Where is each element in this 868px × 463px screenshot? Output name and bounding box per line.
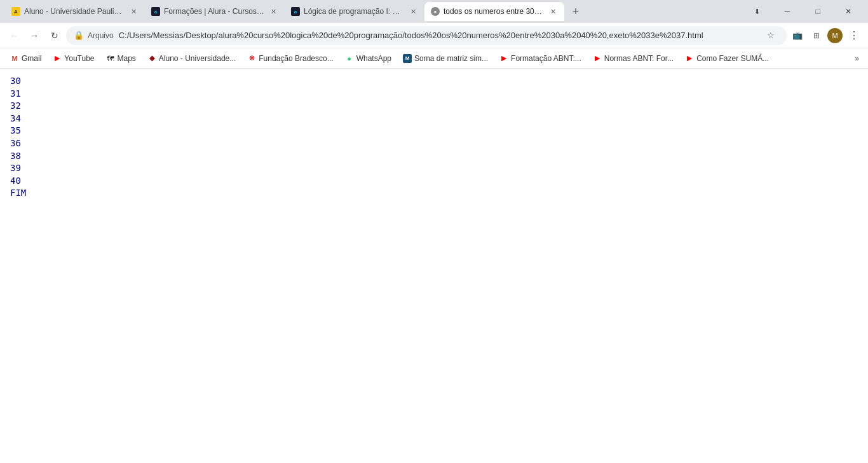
- bookmark-whatsapp-label: WhatsApp: [356, 54, 391, 63]
- bradesco-favicon-icon: ❋: [247, 54, 256, 63]
- normas-favicon-icon: ▶: [593, 54, 602, 63]
- restore-button[interactable]: ⬇: [742, 1, 771, 22]
- maximize-button[interactable]: □: [803, 1, 832, 22]
- window-controls: ⬇ ─ □ ✕: [742, 1, 863, 22]
- tab-todos[interactable]: ● todos os numeros entre 30a 40... ✕: [424, 2, 564, 21]
- tab-favicon-logica: a: [291, 7, 300, 16]
- bookmark-soma[interactable]: M Soma de matriz sim...: [398, 52, 493, 65]
- tab-title-alura: Formações | Alura - Cursos onlin...: [164, 7, 264, 16]
- tab-alura[interactable]: a Formações | Alura - Cursos onlin... ✕: [145, 2, 285, 21]
- new-tab-button[interactable]: +: [567, 3, 585, 20]
- youtube-favicon-icon: ▶: [53, 54, 62, 63]
- como-favicon-icon: ▶: [685, 54, 694, 63]
- tab-favicon-todos: ●: [431, 7, 440, 16]
- tab-title-aluno: Aluno - Universidade Paulista - U: [24, 7, 125, 16]
- menu-button[interactable]: ⋮: [845, 27, 863, 45]
- tab-close-aluno[interactable]: ✕: [128, 6, 139, 17]
- bookmark-bradesco[interactable]: ❋ Fundação Bradesco...: [242, 52, 338, 65]
- line-32: 32: [10, 100, 858, 113]
- bookmark-soma-label: Soma de matriz sim...: [414, 54, 488, 63]
- whatsapp-favicon-icon: ●: [345, 54, 354, 63]
- profile-avatar[interactable]: M: [827, 28, 843, 43]
- bookmark-bradesco-label: Fundação Bradesco...: [259, 54, 333, 63]
- close-button[interactable]: ✕: [834, 1, 863, 22]
- page-content: 30 31 32 34 35 36 38 39 40 FIM: [0, 69, 868, 463]
- bookmark-normas[interactable]: ▶ Normas ABNT: For...: [588, 52, 679, 65]
- address-bar-container: 🔒 Arquivo ☆: [66, 26, 787, 45]
- address-input[interactable]: [119, 31, 759, 40]
- bookmark-youtube-label: YouTube: [64, 54, 94, 63]
- bookmark-formatacao-label: Formatação ABNT:...: [511, 54, 581, 63]
- nav-bar: ← → ↻ 🔒 Arquivo ☆ 📺 ⊞ M ⋮: [0, 23, 868, 48]
- address-prefix: Arquivo: [88, 31, 114, 40]
- bookmark-aluno[interactable]: ◈ Aluno - Universidade...: [142, 52, 241, 65]
- bookmark-como-label: Como Fazer SUMÁ...: [696, 54, 769, 63]
- tab-aluno[interactable]: A Aluno - Universidade Paulista - U ✕: [5, 2, 145, 21]
- bookmark-formatacao[interactable]: ▶ Formatação ABNT:...: [494, 52, 587, 65]
- formatacao-favicon-icon: ▶: [499, 54, 508, 63]
- title-bar: A Aluno - Universidade Paulista - U ✕ a …: [0, 0, 868, 23]
- line-40: 40: [10, 175, 858, 188]
- tab-logica[interactable]: a Lógica de programação I: os prin... ✕: [285, 2, 424, 21]
- back-button[interactable]: ←: [5, 27, 23, 45]
- bookmark-normas-label: Normas ABNT: For...: [604, 54, 674, 63]
- bookmarks-more-button[interactable]: »: [851, 52, 863, 65]
- bookmark-star-button[interactable]: ☆: [763, 27, 779, 44]
- tab-close-todos[interactable]: ✕: [548, 6, 558, 17]
- line-fim: FIM: [10, 187, 858, 200]
- bookmark-youtube[interactable]: ▶ YouTube: [48, 52, 99, 65]
- bookmarks-bar: M Gmail ▶ YouTube 🗺 Maps ◈ Aluno - Unive…: [0, 48, 868, 69]
- tab-close-alura[interactable]: ✕: [268, 6, 278, 17]
- line-31: 31: [10, 88, 858, 100]
- line-36: 36: [10, 137, 858, 150]
- tab-title-logica: Lógica de programação I: os prin...: [304, 7, 404, 16]
- line-38: 38: [10, 150, 858, 163]
- zoom-button[interactable]: ⊞: [808, 27, 825, 44]
- line-34: 34: [10, 113, 858, 125]
- line-39: 39: [10, 162, 858, 175]
- tab-close-logica[interactable]: ✕: [408, 6, 418, 17]
- forward-button[interactable]: →: [25, 27, 43, 45]
- tab-favicon-alura: a: [151, 7, 160, 16]
- tab-favicon-aluno: A: [11, 7, 20, 16]
- soma-favicon-icon: M: [403, 54, 412, 63]
- tab-title-todos: todos os numeros entre 30a 40...: [444, 7, 544, 16]
- bookmark-maps-label: Maps: [118, 54, 136, 63]
- gmail-favicon-icon: M: [10, 54, 19, 63]
- bookmark-gmail[interactable]: M Gmail: [5, 52, 46, 65]
- bookmark-aluno-label: Aluno - Universidade...: [159, 54, 236, 63]
- minimize-button[interactable]: ─: [773, 1, 802, 22]
- bookmark-maps[interactable]: 🗺 Maps: [101, 52, 141, 65]
- bookmark-whatsapp[interactable]: ● WhatsApp: [340, 52, 397, 65]
- address-security-icon: 🔒: [74, 31, 84, 40]
- aluno-favicon-icon: ◈: [147, 54, 156, 63]
- line-30: 30: [10, 75, 858, 88]
- bookmark-como[interactable]: ▶ Como Fazer SUMÁ...: [680, 52, 774, 65]
- address-bar-actions: ☆: [763, 27, 779, 44]
- cast-button[interactable]: 📺: [789, 27, 806, 44]
- maps-favicon-icon: 🗺: [106, 54, 115, 63]
- line-35: 35: [10, 125, 858, 137]
- reload-button[interactable]: ↻: [46, 27, 64, 45]
- bookmark-gmail-label: Gmail: [22, 54, 41, 63]
